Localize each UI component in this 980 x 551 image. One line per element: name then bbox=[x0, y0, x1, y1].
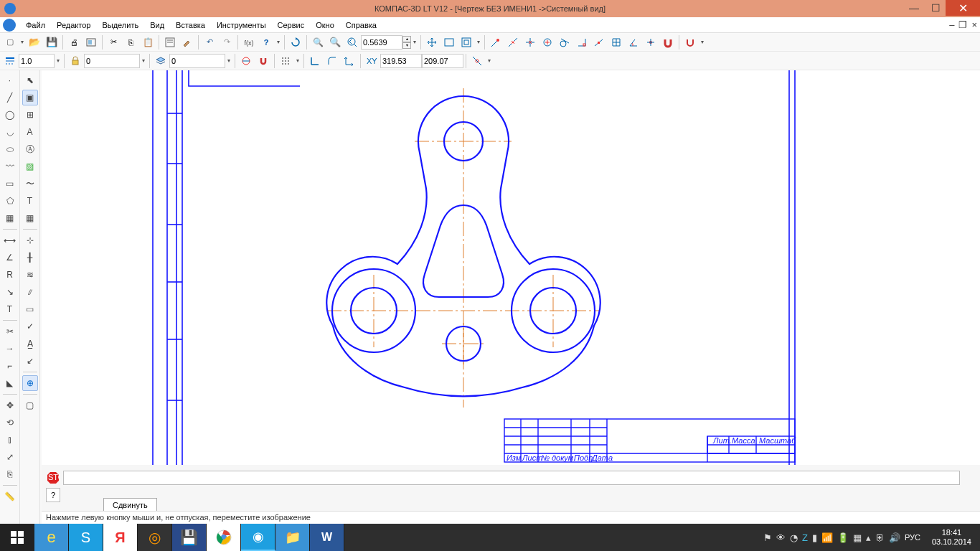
tray-volume-icon[interactable]: 🔊 bbox=[889, 532, 900, 543]
coord-y-input[interactable] bbox=[422, 54, 463, 68]
ortho-button[interactable] bbox=[307, 53, 323, 69]
open-button[interactable] bbox=[27, 34, 42, 50]
point-tool[interactable]: · bbox=[2, 72, 18, 88]
lcs-button[interactable] bbox=[341, 53, 357, 69]
zoom-prev-button[interactable] bbox=[344, 34, 360, 50]
menu-tools[interactable]: Инструменты bbox=[211, 19, 272, 31]
menu-edit[interactable]: Редактор bbox=[51, 19, 96, 31]
tray-shield-icon[interactable]: ⛨ bbox=[875, 532, 885, 543]
arc-tool[interactable]: ◡ bbox=[2, 124, 18, 140]
polygon-tool[interactable]: ⬠ bbox=[2, 193, 18, 209]
dim-linear-tool[interactable]: ⟷ bbox=[2, 232, 18, 248]
leader-tool[interactable]: ↘ bbox=[2, 284, 18, 300]
copy-button[interactable] bbox=[123, 34, 138, 50]
pan-button[interactable] bbox=[424, 34, 440, 50]
mdi-minimize-icon[interactable]: – bbox=[949, 19, 954, 30]
copy-props-button[interactable] bbox=[179, 34, 195, 50]
task-yandex[interactable]: Я bbox=[103, 524, 138, 551]
menu-help[interactable]: Справка bbox=[340, 19, 382, 31]
snap-toggle-button[interactable] bbox=[660, 34, 676, 50]
chamfer-tool[interactable]: ◣ bbox=[2, 375, 18, 391]
task-ie[interactable]: e bbox=[34, 524, 69, 551]
roughness-tool[interactable]: ✓ bbox=[22, 319, 38, 334]
task-skype[interactable]: S bbox=[69, 524, 103, 551]
coord-mode-button[interactable]: XY bbox=[364, 53, 380, 69]
tray-clock[interactable]: 18:41 03.10.2014 bbox=[932, 528, 971, 547]
datum-tool[interactable]: A̲ bbox=[22, 336, 38, 352]
break-tool[interactable]: ⫽ bbox=[22, 284, 38, 300]
mdi-close-icon[interactable]: × bbox=[971, 19, 977, 30]
layers-button[interactable] bbox=[153, 53, 169, 69]
menu-file[interactable]: Файл bbox=[20, 19, 51, 31]
undo-button[interactable] bbox=[202, 34, 217, 50]
snap-grid-button[interactable] bbox=[608, 34, 624, 50]
grid-button[interactable] bbox=[278, 53, 293, 69]
menu-window[interactable]: Окно bbox=[310, 19, 340, 31]
zoom-scale-button[interactable] bbox=[458, 34, 474, 50]
command-input[interactable] bbox=[63, 471, 960, 485]
snap-point-button[interactable] bbox=[643, 34, 659, 50]
text-panel-tool[interactable]: T bbox=[22, 193, 38, 209]
text-tool[interactable]: T bbox=[2, 301, 18, 317]
snap-local-button[interactable] bbox=[238, 53, 254, 69]
panel-help-button[interactable]: ? bbox=[46, 488, 60, 502]
trim-tool[interactable]: ✂ bbox=[2, 324, 18, 339]
snap-int-button[interactable] bbox=[522, 34, 538, 50]
task-kompas[interactable]: ◉ bbox=[241, 524, 275, 551]
centerline-tool[interactable]: ╂ bbox=[22, 250, 38, 265]
new-dropdown[interactable]: ▾ bbox=[19, 39, 26, 45]
maximize-button[interactable]: ☐ bbox=[925, 0, 946, 16]
paste-button[interactable] bbox=[140, 34, 156, 50]
extend-tool[interactable]: → bbox=[2, 341, 18, 357]
origin-tool[interactable]: ⊕ bbox=[22, 375, 38, 391]
line-tool[interactable]: ╱ bbox=[2, 90, 18, 105]
help-dropdown[interactable]: ▾ bbox=[275, 39, 282, 45]
zoom-in-button[interactable]: 🔍 bbox=[327, 34, 343, 50]
command-tab[interactable]: Сдвинуть bbox=[103, 498, 157, 512]
task-word[interactable]: W bbox=[310, 524, 344, 551]
zoom-input[interactable] bbox=[361, 35, 402, 50]
snap-near-button[interactable] bbox=[591, 34, 607, 50]
snap-end-button[interactable] bbox=[488, 34, 504, 50]
coord-x-input[interactable] bbox=[380, 54, 422, 68]
tray-eye-icon[interactable]: 👁 bbox=[776, 532, 786, 543]
preview-button[interactable] bbox=[83, 34, 99, 50]
tray-sync-icon[interactable]: ◔ bbox=[790, 532, 798, 543]
round-button[interactable] bbox=[324, 53, 340, 69]
layer-input[interactable] bbox=[169, 54, 225, 68]
hatch-tool[interactable]: ▦ bbox=[2, 210, 18, 226]
snap-perp-button[interactable] bbox=[574, 34, 590, 50]
tray-z-icon[interactable]: Z bbox=[802, 532, 808, 543]
tray-wifi-icon[interactable]: 📶 bbox=[821, 532, 833, 543]
snap-settings-button[interactable] bbox=[682, 34, 698, 50]
variables-button[interactable] bbox=[241, 34, 257, 50]
circle-tool[interactable]: ◯ bbox=[2, 107, 18, 123]
axis-tool[interactable]: ⊹ bbox=[22, 232, 38, 248]
snap-tan-button[interactable] bbox=[557, 34, 573, 50]
zoom-dropdown[interactable]: ▾ bbox=[411, 39, 418, 45]
dim-radius-tool[interactable]: R bbox=[2, 267, 18, 283]
snap-mid-button[interactable] bbox=[505, 34, 521, 50]
copy-tool[interactable]: ⎘ bbox=[2, 466, 18, 482]
redo-button[interactable] bbox=[219, 34, 235, 50]
scale-tool[interactable]: ⤢ bbox=[2, 449, 18, 465]
new-button[interactable] bbox=[2, 34, 18, 50]
tray-up-icon[interactable]: ▴ bbox=[866, 532, 871, 543]
ellipse-tool[interactable]: ⬭ bbox=[2, 141, 18, 157]
measure-tool[interactable]: 📏 bbox=[2, 489, 18, 504]
drawing-canvas[interactable]: Изм Лист № докум. Подп. Дата Лит. Масса … bbox=[42, 70, 980, 465]
properties-button[interactable] bbox=[162, 34, 178, 50]
task-aimp[interactable]: ◎ bbox=[138, 524, 172, 551]
aux-grid-tool[interactable]: ⊞ bbox=[22, 107, 38, 123]
task-save[interactable]: 💾 bbox=[172, 524, 207, 551]
dim-angle-tool[interactable]: ∠ bbox=[2, 250, 18, 265]
tray-network-icon[interactable]: ▮ bbox=[812, 532, 817, 543]
task-chrome[interactable] bbox=[207, 524, 241, 551]
stop-button[interactable]: STOP bbox=[46, 471, 60, 485]
rect-tool[interactable]: ▭ bbox=[2, 176, 18, 192]
tolerance-tool[interactable]: ▭ bbox=[22, 301, 38, 317]
snap-global-button[interactable] bbox=[255, 53, 271, 69]
print-button[interactable] bbox=[66, 34, 82, 50]
refresh-button[interactable] bbox=[288, 34, 303, 50]
step-input[interactable] bbox=[19, 54, 55, 68]
